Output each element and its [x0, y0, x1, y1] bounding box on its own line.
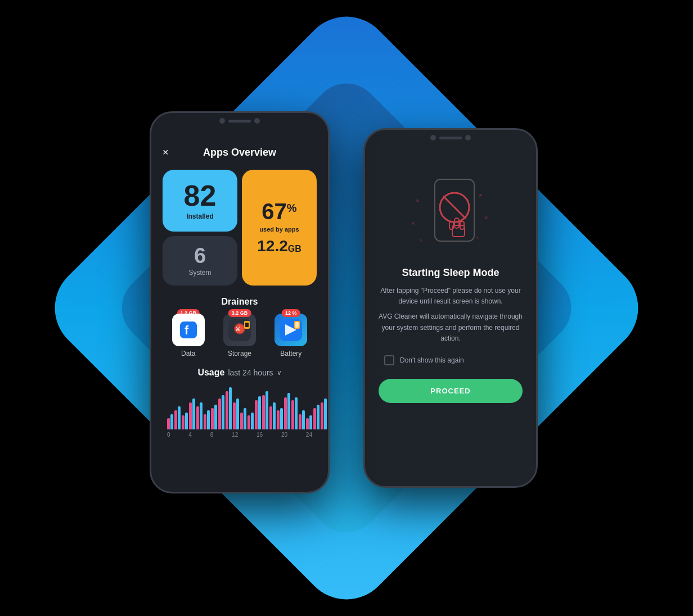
chart-bar-teal-19: [309, 415, 312, 429]
chart-label-12: 12: [232, 432, 238, 438]
chart-labels: 0 4 8 12 16 20 24: [167, 429, 312, 440]
used-gb-value: 12.2: [257, 237, 288, 255]
sleep-checkbox[interactable]: [384, 355, 394, 365]
chart-bar-group-7: [218, 395, 224, 429]
chart-bar-teal-8: [229, 387, 232, 429]
chart-bar-pink-1: [174, 410, 177, 429]
stats-grid: 82 Installed 67% used by apps 12.2GB: [163, 170, 317, 286]
drainer-storage-label: Storage: [228, 350, 251, 357]
installed-stat: 82 Installed: [163, 170, 237, 232]
chart-bar-teal-14: [273, 402, 276, 429]
chart-bar-pink-6: [211, 408, 214, 429]
chart-bar-teal-2: [185, 413, 188, 429]
camera-dot-2: [465, 135, 471, 141]
chart-bar-pink-2: [182, 415, 184, 429]
drainer-storage-icon-wrap: 3.2 GB ⚔: [223, 314, 256, 346]
chart-bar-group-3: [189, 398, 195, 429]
chart-bar-pink-3: [189, 402, 192, 429]
chart-bar-teal-21: [324, 398, 327, 429]
svg-rect-10: [454, 218, 459, 228]
drainer-battery-label: Battery: [280, 350, 302, 357]
svg-text:×: ×: [479, 192, 482, 198]
chart-bar-group-0: [167, 414, 173, 429]
used-percent-display: 67%: [262, 200, 296, 223]
usage-chevron-icon[interactable]: ∨: [277, 369, 282, 377]
sleep-title: Starting Sleep Mode: [402, 267, 499, 279]
chart-bar-group-4: [196, 402, 202, 429]
chart-bar-group-12: [255, 396, 261, 429]
chart-bar-pink-15: [277, 410, 280, 429]
chart-bar-pink-19: [306, 418, 309, 429]
sleep-screen: × × × × × ×: [365, 130, 536, 486]
svg-text:×: ×: [420, 238, 422, 243]
used-percent-value: 67: [262, 200, 287, 223]
chart-bar-teal-6: [214, 405, 217, 429]
drainer-battery-badge: 12 %: [282, 309, 300, 317]
svg-text:×: ×: [416, 197, 419, 204]
apps-title: Apps Overview: [203, 147, 276, 158]
chart-bar-group-5: [204, 410, 210, 429]
chart-bar-pink-13: [262, 395, 265, 429]
chart-bar-teal-15: [280, 408, 283, 429]
proceed-button[interactable]: PROCEED: [379, 379, 523, 403]
svg-text:×: ×: [411, 220, 415, 227]
chart-bar-group-9: [233, 398, 239, 429]
chart-bar-group-2: [182, 413, 188, 429]
chart-label-20: 20: [281, 432, 287, 438]
drainer-storage[interactable]: 3.2 GB ⚔: [223, 314, 256, 357]
svg-text:×: ×: [484, 214, 488, 221]
used-stat: 67% used by apps 12.2GB: [242, 170, 317, 286]
chart-bar-teal-5: [207, 410, 210, 429]
chart-label-8: 8: [210, 432, 214, 438]
chart-bar-pink-10: [240, 413, 243, 429]
apps-screen-container: × Apps Overview 82 Installed: [151, 113, 328, 492]
chart-bar-pink-16: [284, 397, 287, 429]
sleep-desc1: After tapping "Proceed" please do not us…: [379, 286, 523, 307]
chart-bar-pink-21: [321, 402, 323, 429]
scene: × × × × × ×: [37, 27, 656, 589]
chart-bar-group-8: [226, 387, 232, 429]
phone-back: × × × × × ×: [363, 128, 538, 488]
chart-bar-teal-13: [266, 391, 268, 429]
close-icon[interactable]: ×: [163, 147, 169, 158]
drainer-battery[interactable]: 12 %: [274, 314, 307, 357]
chart-bar-pink-17: [291, 400, 294, 429]
svg-line-8: [443, 196, 466, 219]
chart-bar-group-13: [262, 391, 268, 429]
chart-bar-pink-4: [196, 406, 199, 429]
percent-symbol: %: [287, 202, 297, 214]
front-camera-dot-2: [254, 118, 260, 124]
installed-label: Installed: [186, 212, 214, 220]
chart-label-24: 24: [306, 432, 312, 438]
sleep-checkbox-row[interactable]: Don't show this again: [379, 355, 464, 365]
chart-label-4: 4: [188, 432, 192, 438]
drainer-data[interactable]: 1.2 GB f Data: [172, 314, 205, 357]
chart-bar-group-15: [277, 408, 283, 429]
chart-bar-pink-12: [255, 400, 258, 429]
chart-bar-pink-7: [218, 398, 221, 429]
chart-bar-teal-0: [170, 414, 173, 429]
installed-count: 82: [184, 181, 217, 210]
drainers-title: Drainers: [163, 297, 317, 307]
sleep-desc2: AVG Cleaner will automatically navigate …: [379, 311, 523, 344]
drainer-battery-icon-wrap: 12 %: [274, 314, 307, 346]
svg-text:f: f: [184, 323, 189, 337]
chart-label-0: 0: [167, 432, 170, 438]
chart-bar-pink-11: [248, 415, 250, 429]
drainers-row: 1.2 GB f Data: [163, 314, 317, 357]
chart-bar-pink-0: [167, 418, 170, 429]
system-count: 6: [194, 245, 206, 266]
chart-bar-group-16: [284, 393, 290, 429]
chart-bar-group-1: [174, 406, 181, 429]
usage-chart: 0 4 8 12 16 20 24: [163, 384, 317, 440]
notch-front: [212, 113, 268, 129]
chart-bar-group-17: [291, 397, 298, 429]
chart-bar-pink-8: [226, 391, 228, 429]
chart-bar-teal-1: [178, 406, 181, 429]
chart-bar-pink-5: [204, 414, 206, 429]
system-label: System: [188, 269, 211, 277]
chart-bar-teal-7: [222, 395, 224, 429]
chart-bar-teal-12: [258, 396, 261, 429]
sleep-checkbox-label: Don't show this again: [400, 356, 464, 364]
camera-dot: [430, 135, 436, 141]
